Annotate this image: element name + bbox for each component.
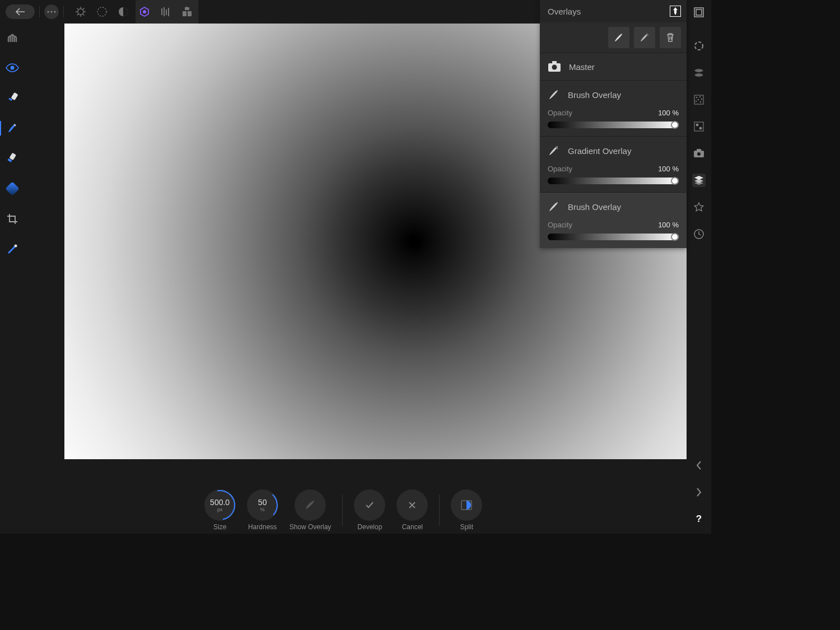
- svg-point-27: [699, 96, 701, 97]
- focus-panel-icon[interactable]: [692, 200, 706, 214]
- opacity-slider[interactable]: [548, 122, 679, 128]
- opacity-value: 100 %: [658, 221, 679, 229]
- opacity-slider[interactable]: [548, 178, 679, 184]
- gradient-overlay-icon: [548, 144, 560, 157]
- overlay-row[interactable]: Brush Overlay Opacity100 %: [540, 80, 687, 136]
- lens-panel-icon[interactable]: [692, 66, 706, 80]
- histogram-panel-icon[interactable]: [692, 39, 706, 53]
- hardness-dial[interactable]: 50 %: [247, 489, 278, 521]
- tonemap-persona-icon[interactable]: [138, 5, 151, 18]
- crop-tool-icon[interactable]: [4, 211, 21, 227]
- overlays-title: Overlays: [548, 7, 581, 16]
- separator: [342, 494, 343, 526]
- hardness-value: 50: [258, 498, 267, 507]
- svg-point-30: [696, 101, 697, 102]
- svg-point-4: [97, 7, 106, 16]
- overlay-master-row[interactable]: Master: [540, 53, 687, 80]
- size-dial[interactable]: 500.0 px: [204, 489, 236, 521]
- overlay-paint-tool-icon[interactable]: [4, 120, 21, 137]
- develop-persona-icon[interactable]: [116, 5, 130, 18]
- overlay-name: Brush Overlay: [568, 90, 621, 100]
- separator: [439, 494, 440, 526]
- cancel-button[interactable]: [396, 489, 428, 521]
- metadata-panel-icon[interactable]: [692, 147, 706, 160]
- svg-rect-8: [161, 8, 162, 15]
- svg-point-7: [143, 10, 146, 13]
- add-brush-overlay-button[interactable]: [608, 27, 629, 48]
- delete-overlay-button[interactable]: [660, 27, 681, 48]
- develop-label: Develop: [357, 523, 382, 531]
- svg-point-34: [699, 127, 702, 129]
- svg-point-0: [47, 11, 49, 12]
- opacity-slider[interactable]: [548, 234, 679, 240]
- opacity-value: 100 %: [658, 109, 679, 117]
- svg-point-28: [698, 99, 699, 100]
- svg-rect-13: [188, 11, 192, 16]
- svg-rect-11: [168, 8, 169, 16]
- camera-icon: [548, 61, 561, 72]
- opacity-label: Opacity: [548, 109, 572, 117]
- tools-persona-icon[interactable]: [159, 5, 172, 18]
- svg-rect-23: [696, 10, 702, 15]
- hardness-unit: %: [260, 507, 265, 512]
- svg-point-24: [695, 42, 703, 50]
- overlays-panel: Overlays Master Brush Overlay Opacity100…: [540, 0, 687, 248]
- hardness-label: Hardness: [248, 523, 277, 531]
- svg-rect-12: [183, 11, 186, 16]
- svg-point-21: [15, 245, 17, 248]
- overlay-row[interactable]: Brush Overlay Opacity100 %: [540, 192, 687, 248]
- svg-rect-40: [552, 61, 557, 64]
- size-value: 500.0: [210, 498, 230, 507]
- svg-rect-10: [166, 10, 167, 15]
- overlay-name: Gradient Overlay: [568, 146, 631, 156]
- brush-overlay-icon: [548, 88, 560, 101]
- pin-icon[interactable]: [670, 6, 681, 17]
- separator: [63, 6, 64, 17]
- opacity-label: Opacity: [548, 165, 572, 173]
- overlay-master-label: Master: [569, 62, 595, 72]
- white-balance-tool-icon[interactable]: [4, 241, 21, 258]
- svg-point-33: [696, 124, 698, 126]
- blemish-tool-icon[interactable]: [4, 90, 21, 106]
- show-overlay-label: Show Overlay: [290, 523, 332, 531]
- photo-persona-icon[interactable]: [74, 5, 87, 18]
- liquify-persona-icon[interactable]: [95, 5, 109, 18]
- export-persona-icon[interactable]: [180, 5, 194, 18]
- svg-point-15: [11, 66, 15, 70]
- opacity-value: 100 %: [658, 165, 679, 173]
- split-button[interactable]: [451, 489, 482, 521]
- add-gradient-overlay-button[interactable]: [634, 27, 655, 48]
- develop-button[interactable]: [354, 489, 385, 521]
- svg-rect-16: [11, 92, 18, 100]
- help-icon[interactable]: ?: [692, 512, 706, 526]
- svg-point-29: [701, 99, 702, 100]
- svg-point-31: [700, 101, 701, 102]
- size-label: Size: [213, 523, 226, 531]
- svg-point-3: [78, 9, 83, 15]
- toggle-ui-icon[interactable]: [692, 6, 706, 19]
- noise-panel-icon[interactable]: [692, 93, 706, 106]
- overlay-erase-tool-icon[interactable]: [4, 150, 21, 167]
- opacity-label: Opacity: [548, 221, 572, 229]
- channels-panel-icon[interactable]: [692, 120, 706, 133]
- redeye-tool-icon[interactable]: [4, 59, 21, 76]
- svg-point-41: [552, 65, 557, 70]
- svg-point-37: [697, 152, 701, 156]
- overlay-row[interactable]: Gradient Overlay Opacity100 %: [540, 136, 687, 192]
- next-icon[interactable]: [692, 486, 706, 499]
- overlays-panel-icon[interactable]: [692, 174, 706, 187]
- overlay-gradient-tool-icon[interactable]: [4, 180, 21, 197]
- document-menu-button[interactable]: [44, 4, 59, 19]
- svg-point-2: [54, 11, 55, 12]
- svg-point-26: [696, 97, 697, 98]
- brush-overlay-icon: [548, 200, 560, 213]
- show-overlay-button[interactable]: [295, 489, 326, 521]
- size-unit: px: [217, 507, 223, 512]
- svg-rect-20: [6, 183, 18, 195]
- back-button[interactable]: [6, 4, 35, 19]
- prev-icon[interactable]: [692, 459, 706, 472]
- view-tool-icon[interactable]: [4, 29, 21, 46]
- svg-rect-18: [9, 153, 16, 161]
- history-panel-icon[interactable]: [692, 227, 706, 241]
- separator: [39, 6, 40, 17]
